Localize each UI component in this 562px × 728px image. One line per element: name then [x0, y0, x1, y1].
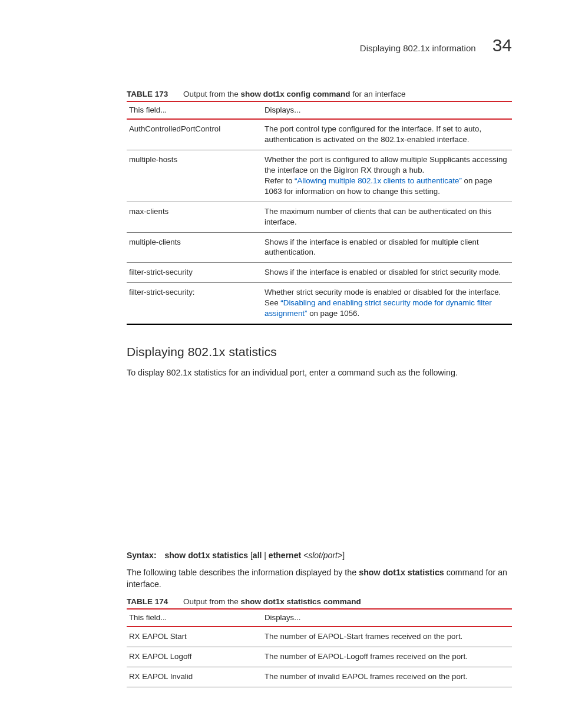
table174-head-disp: Displays...	[262, 609, 512, 627]
content-block: TABLE 173 Output from the show dot1x con…	[127, 90, 512, 687]
running-header: Displaying 802.1x information 34	[50, 35, 512, 55]
table-row: filter-strict-security: Whether strict s…	[127, 283, 512, 324]
cell-disp: The maximum number of clients that can b…	[262, 202, 512, 232]
syntax-text: ]	[342, 551, 345, 560]
table174-head-field: This field...	[127, 609, 262, 627]
table174: This field... Displays... RX EAPOL Start…	[127, 608, 512, 687]
cell-field: max-clients	[127, 202, 262, 232]
para-following: The following table describes the inform…	[127, 567, 512, 590]
table-row: multiple-clients Shows if the interface …	[127, 232, 512, 263]
section-intro: To display 802.1x statistics for an indi…	[127, 367, 512, 378]
cell-field: filter-strict-security	[127, 263, 262, 283]
cell-field: multiple-clients	[127, 232, 262, 263]
cell-disp: The number of invalid EAPOL frames recei…	[262, 667, 512, 687]
table-row: filter-strict-security Shows if the inte…	[127, 263, 512, 283]
cell-text: on page 1056.	[307, 309, 359, 318]
syntax-kw: all	[253, 551, 262, 560]
table173-head-disp: Displays...	[262, 101, 512, 119]
blank-space	[127, 386, 512, 551]
syntax-line: Syntax: show dot1x statistics [all | eth…	[127, 551, 512, 560]
table-row: RX EAPOL Invalid The number of invalid E…	[127, 667, 512, 687]
syntax-arg: <slot/port>	[301, 551, 342, 560]
table174-title-bold: show dot1x statistics command	[241, 597, 361, 606]
table174-caption: TABLE 174 Output from the show dot1x sta…	[127, 597, 512, 606]
table-row: AuthControlledPortControl The port contr…	[127, 119, 512, 150]
table173-head-field: This field...	[127, 101, 262, 119]
syntax-kw: ethernet	[269, 551, 301, 560]
table-row: max-clients The maximum number of client…	[127, 202, 512, 232]
para-bold: show dot1x statistics	[359, 568, 444, 577]
chapter-number: 34	[492, 35, 512, 55]
cell-disp: Whether strict security mode is enabled …	[262, 283, 512, 324]
syntax-label: Syntax:	[127, 551, 157, 560]
cell-disp: Shows if the interface is enabled or dis…	[262, 263, 512, 283]
cell-disp: Whether the port is configured to allow …	[262, 150, 512, 202]
table-row: RX EAPOL Logoff The number of EAPOL-Logo…	[127, 647, 512, 667]
cell-field: filter-strict-security:	[127, 283, 262, 324]
table173: This field... Displays... AuthControlled…	[127, 101, 512, 325]
xref-link[interactable]: “Allowing multiple 802.1x clients to aut…	[295, 176, 462, 185]
table-row: multiple-hosts Whether the port is confi…	[127, 150, 512, 202]
xref-link[interactable]: “Disabling and enabling strict security …	[265, 298, 492, 318]
table174-label: TABLE 174	[127, 597, 168, 606]
cell-field: RX EAPOL Logoff	[127, 647, 262, 667]
header-text: Displaying 802.1x information	[360, 43, 476, 53]
section-heading: Displaying 802.1x statistics	[127, 345, 512, 359]
cell-field: RX EAPOL Invalid	[127, 667, 262, 687]
table173-label: TABLE 173	[127, 90, 168, 98]
cell-disp: Shows if the interface is enabled or dis…	[262, 232, 512, 263]
syntax-text: [	[248, 551, 253, 560]
table173-title-pre: Output from the	[183, 90, 241, 98]
syntax-cmd: show dot1x statistics	[164, 551, 248, 560]
cell-disp: The number of EAPOL-Logoff frames receiv…	[262, 647, 512, 667]
cell-disp: The port control type configured for the…	[262, 119, 512, 150]
table173-caption: TABLE 173 Output from the show dot1x con…	[127, 90, 512, 98]
para-text: The following table describes the inform…	[127, 568, 359, 577]
table174-title-pre: Output from the	[183, 597, 241, 606]
table173-title-bold: show dot1x config command	[241, 90, 351, 98]
cell-text: Refer to	[265, 176, 295, 185]
table-row: RX EAPOL Start The number of EAPOL-Start…	[127, 627, 512, 647]
syntax-text: |	[262, 551, 268, 560]
page: Displaying 802.1x information 34 TABLE 1…	[0, 0, 562, 728]
table173-title-post: for an interface	[351, 90, 406, 98]
cell-field: multiple-hosts	[127, 150, 262, 202]
cell-field: AuthControlledPortControl	[127, 119, 262, 150]
cell-field: RX EAPOL Start	[127, 627, 262, 647]
cell-disp: The number of EAPOL-Start frames receive…	[262, 627, 512, 647]
cell-text: Whether the port is configured to allow …	[265, 155, 507, 174]
